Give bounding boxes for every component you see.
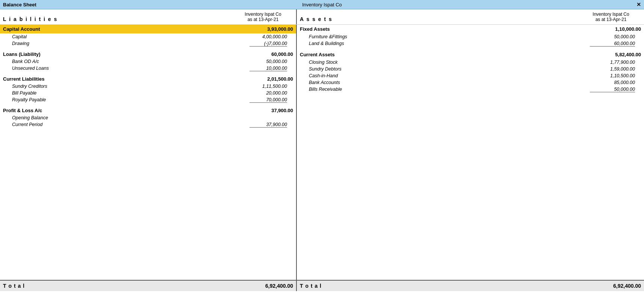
loans-total: 60,000.00 [271,51,293,57]
bill-payable-amount: 20,000.00 [249,90,287,96]
capital-account-header: Capital Account 3,93,000.00 [0,25,296,33]
profit-loss-header: Profit & Loss A/c 37,900.00 [0,107,296,114]
loans-liability-header: Loans (Liability) 60,000.00 [0,50,296,58]
drawing-amount: (-)7,000.00 [249,41,287,47]
assets-total-label: T o t a l [300,283,322,289]
liabilities-label: L i a b i l i t i e s [3,16,233,22]
current-period-amount: 37,900.00 [249,122,287,128]
cash-in-hand-amount: 1,10,500.00 [590,73,635,78]
liabilities-column: Capital Account 3,93,000.00 Capital 4,00… [0,25,297,280]
list-item: Opening Balance [0,114,296,121]
bank-od-label: Bank OD A/c [12,59,39,64]
unsecured-loans-amount: 10,000.00 [249,66,287,71]
total-row: T o t a l 6,92,400.00 T o t a l 6,92,400… [0,280,644,291]
close-button[interactable]: ✕ [636,2,641,8]
current-liabilities-header: Current Liabilities 2,01,500.00 [0,75,296,83]
center-title: Inventory Ispat Co [302,2,342,8]
furniture-fittings-label: Furniture &Fittings [309,34,347,39]
list-item: Closing Stock 1,77,900.00 [297,59,644,66]
bank-od-amount: 50,000.00 [249,59,287,64]
list-item: Current Period 37,900.00 [0,121,296,128]
cash-in-hand-label: Cash-in-Hand [309,73,338,78]
bill-payable-label: Bill Payable [12,90,36,96]
sundry-creditors-amount: 1,11,500.00 [249,84,287,89]
fixed-assets-header: Fixed Assets 1,10,000.00 [297,25,644,33]
capital-label: Capital [12,34,27,39]
opening-balance-label: Opening Balance [12,115,48,120]
list-item: Royalty Payable 70,000.00 [0,96,296,104]
assets-column: Fixed Assets 1,10,000.00 Furniture &Fitt… [297,25,644,280]
list-item: Sundry Creditors 1,11,500.00 [0,83,296,90]
list-item: Unsecured Loans 10,000.00 [0,65,296,72]
current-liabilities-total: 2,01,500.00 [267,76,293,82]
liabilities-total-amount: 6,92,400.00 [265,283,293,289]
capital-amount: 4,00,000.00 [249,34,287,39]
list-item: Drawing (-)7,000.00 [0,40,296,47]
window-title: Balance Sheet [3,2,36,8]
title-bar: Balance Sheet Inventory Ispat Co ✕ [0,0,644,9]
unsecured-loans-label: Unsecured Loans [12,66,49,71]
bills-receivable-label: Bills Receivable [309,87,342,92]
drawing-label: Drawing [12,41,29,47]
bank-accounts-label: Bank Accounts [309,80,340,85]
liabilities-total-row: T o t a l 6,92,400.00 [0,281,297,291]
current-assets-header: Current Assets 5,82,400.00 [297,50,644,59]
fixed-assets-label: Fixed Assets [300,26,330,32]
current-assets-label: Current Assets [300,52,335,57]
liabilities-total-label: T o t a l [3,283,25,289]
furniture-fittings-amount: 50,000.00 [590,34,635,39]
bank-accounts-amount: 85,000.00 [590,80,635,85]
capital-account-label: Capital Account [3,26,40,32]
current-assets-total: 5,82,400.00 [615,52,641,57]
list-item: Cash-in-Hand 1,10,500.00 [297,72,644,79]
column-headers: L i a b i l i t i e s Inventory Ispat Co… [0,9,644,25]
list-item: Bills Receivable 50,000.00 [297,86,644,93]
assets-total-row: T o t a l 6,92,400.00 [297,281,644,291]
list-item: Capital 4,00,000.00 [0,33,296,40]
current-period-label: Current Period [12,122,42,128]
sundry-creditors-label: Sundry Creditors [12,84,47,89]
liabilities-company-header: Inventory Ispat Co as at 13-Apr-21 [233,12,293,22]
profit-loss-label: Profit & Loss A/c [3,108,42,113]
list-item: Bill Payable 20,000.00 [0,90,296,96]
royalty-payable-label: Royalty Payable [12,97,46,103]
list-item: Bank OD A/c 50,000.00 [0,58,296,65]
loans-label: Loans (Liability) [3,51,41,57]
opening-balance-amount [249,115,287,120]
list-item: Bank Accounts 85,000.00 [297,79,644,86]
assets-label: A s s e t s [300,16,581,22]
list-item: Land & Buildings 60,000.00 [297,40,644,47]
list-item: Furniture &Fittings 50,000.00 [297,33,644,40]
list-item: Sundry Debtors 1,59,000.00 [297,66,644,72]
profit-loss-total: 37,900.00 [271,108,293,113]
land-buildings-label: Land & Buildings [309,41,344,47]
current-liabilities-label: Current Liabilities [3,76,45,82]
closing-stock-amount: 1,77,900.00 [590,60,635,65]
sundry-debtors-label: Sundry Debtors [309,66,342,72]
fixed-assets-total: 1,10,000.00 [615,26,641,32]
bills-receivable-amount: 50,000.00 [590,87,635,92]
assets-total-amount: 6,92,400.00 [613,283,641,289]
capital-account-total: 3,93,000.00 [267,26,293,32]
closing-stock-label: Closing Stock [309,60,337,65]
assets-company-header: Inventory Ispat Co as at 13-Apr-21 [581,12,641,22]
main-content: Capital Account 3,93,000.00 Capital 4,00… [0,25,644,280]
sundry-debtors-amount: 1,59,000.00 [590,66,635,72]
land-buildings-amount: 60,000.00 [590,41,635,47]
royalty-payable-amount: 70,000.00 [249,97,287,103]
